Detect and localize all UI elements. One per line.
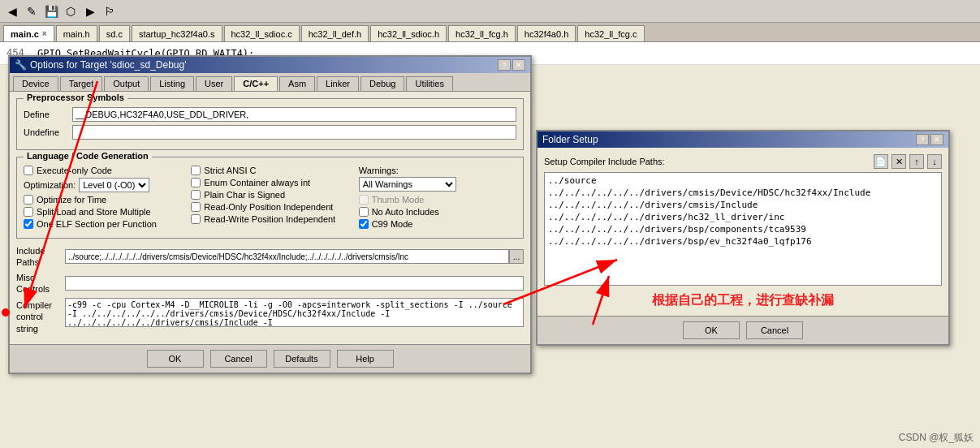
c99-mode-row: C99 Mode <box>359 219 516 229</box>
strict-ansi-check[interactable] <box>191 166 201 175</box>
include-browse-btn[interactable]: ... <box>509 249 524 264</box>
folder-dialog-title: Folder Setup ? ✕ <box>537 131 948 148</box>
strict-ansi-row: Strict ANSI C <box>191 166 348 175</box>
language-label: Language / Code Generation <box>24 151 152 161</box>
rw-position-check[interactable] <box>191 214 201 224</box>
undefine-input[interactable] <box>72 125 516 140</box>
tab-close-icon[interactable]: × <box>42 29 47 38</box>
split-load-check[interactable] <box>24 207 33 217</box>
folder-help-btn[interactable]: ? <box>916 134 929 145</box>
preprocessor-group: Preprocessor Symbols Define Undefine <box>16 98 524 150</box>
folder-paths-list[interactable]: ../source ../../../../../../drivers/cmsi… <box>544 172 942 286</box>
help-button[interactable]: Help <box>337 350 394 368</box>
toolbar-btn-edit[interactable]: ✎ <box>23 2 41 20</box>
folder-path-4[interactable]: ../../../../../../drivers/bsp/components… <box>546 223 939 235</box>
folder-path-1[interactable]: ../../../../../../drivers/cmsis/Device/H… <box>546 187 939 199</box>
folder-ok-button[interactable]: OK <box>683 321 740 339</box>
ok-button[interactable]: OK <box>147 350 204 368</box>
include-paths-section: IncludePaths ... <box>16 245 524 269</box>
tab-hc32-fcg-h[interactable]: hc32_ll_fcg.h <box>448 25 516 41</box>
tab-sd-c[interactable]: sd.c <box>99 25 130 41</box>
compiler-control-textarea[interactable]: -c99 -c -cpu Cortex-M4 -D__MICROLIB -li … <box>65 298 524 327</box>
tab-startup[interactable]: startup_hc32f4a0.s <box>132 25 222 41</box>
tab-linker[interactable]: Linker <box>317 76 359 91</box>
annotation-text: 根据自己的工程，进行查缺补漏 <box>544 292 942 309</box>
tab-target[interactable]: Target <box>60 76 103 91</box>
tab-device[interactable]: Device <box>13 76 58 91</box>
tab-asm[interactable]: Asm <box>279 76 315 91</box>
enum-container-row: Enum Container always int <box>191 178 348 187</box>
tab-hc32-def-h[interactable]: hc32_ll_def.h <box>301 25 369 41</box>
warnings-select[interactable]: All Warnings No Warnings <box>359 177 456 192</box>
tab-listing[interactable]: Listing <box>150 76 194 91</box>
toolbar-btn-back[interactable]: ◀ <box>3 2 21 20</box>
folder-delete-btn[interactable]: ✕ <box>891 154 906 169</box>
optimization-row: Optimization: Level 0 (-O0) Level 1 (-O1… <box>24 178 181 192</box>
toolbar-btn-icon[interactable]: 🏳 <box>101 2 119 20</box>
toolbar-btn-run[interactable]: ▶ <box>81 2 99 20</box>
folder-up-btn[interactable]: ↑ <box>909 154 924 169</box>
dialog-tab-bar: Device Target Output Listing User C/C++ … <box>10 73 530 92</box>
csdn-watermark: CSDN @权_狐妖 <box>899 431 974 445</box>
cancel-button[interactable]: Cancel <box>210 350 267 368</box>
tab-hc32f4a0-h[interactable]: hc32f4a0.h <box>517 25 576 41</box>
folder-title-text: Folder Setup <box>542 134 598 145</box>
enum-container-check[interactable] <box>191 178 201 187</box>
tab-utilities[interactable]: Utilities <box>406 76 452 91</box>
toolbar-btn-build[interactable]: ⬡ <box>62 2 80 20</box>
execute-only-check[interactable] <box>24 166 33 175</box>
undefine-label: Undefine <box>24 127 72 137</box>
misc-controls-label: MiscControls <box>16 272 65 295</box>
one-elf-check[interactable] <box>24 219 33 229</box>
split-load-row: Split Load and Store Multiple <box>24 207 181 217</box>
tab-main-c[interactable]: main.c × <box>3 25 54 41</box>
folder-close-btn[interactable]: ✕ <box>930 134 943 145</box>
folder-edit-btn[interactable]: 📄 <box>874 154 888 169</box>
one-elf-row: One ELF Section per Function <box>24 219 181 229</box>
tab-user[interactable]: User <box>196 76 232 91</box>
no-auto-includes-check[interactable] <box>359 207 369 217</box>
define-label: Define <box>24 110 72 119</box>
folder-down-btn[interactable]: ↓ <box>927 154 942 169</box>
c99-mode-check[interactable] <box>359 219 369 229</box>
tab-hc32-fcg-c[interactable]: hc32_ll_fcg.c <box>577 25 644 41</box>
title-buttons: ? ✕ <box>498 59 525 71</box>
toolbar-btn-save[interactable]: 💾 <box>42 2 60 20</box>
no-auto-includes-row: No Auto Includes <box>359 207 516 217</box>
tab-hc32-sdioc-c[interactable]: hc32_ll_sdioc.c <box>224 25 300 41</box>
include-paths-label: IncludePaths <box>16 245 65 269</box>
main-options-dialog: 🔧 Options for Target 'sdioc_sd_Debug' ? … <box>8 55 532 374</box>
folder-path-0[interactable]: ../source <box>546 174 939 187</box>
ro-position-check[interactable] <box>191 202 201 212</box>
compiler-control-section: Compilercontrolstring -c99 -c -cpu Corte… <box>16 298 524 334</box>
optimize-time-check[interactable] <box>24 195 33 205</box>
dialog-close-btn[interactable]: ✕ <box>512 59 525 71</box>
plain-char-row: Plain Char is Signed <box>191 190 348 200</box>
rw-position-row: Read-Write Position Independent <box>191 214 348 224</box>
folder-cancel-button[interactable]: Cancel <box>746 321 803 339</box>
thumb-mode-check[interactable] <box>359 195 369 205</box>
execute-only-row: Execute-only Code <box>24 166 181 175</box>
ro-position-row: Read-Only Position Independent <box>191 202 348 212</box>
defaults-button[interactable]: Defaults <box>274 350 330 368</box>
tab-output[interactable]: Output <box>104 76 149 91</box>
folder-label-row: Setup Compiler Include Paths: 📄 ✕ ↑ ↓ <box>544 154 942 169</box>
folder-path-2[interactable]: ../../../../../../drivers/cmsis/Include <box>546 199 939 211</box>
folder-content: Setup Compiler Include Paths: 📄 ✕ ↑ ↓ ..… <box>537 148 948 316</box>
folder-setup-dialog: Folder Setup ? ✕ Setup Compiler Include … <box>536 130 950 346</box>
setup-compiler-label: Setup Compiler Include Paths: <box>544 157 870 166</box>
tab-hc32-sdioc-h[interactable]: hc32_ll_sdioc.h <box>370 25 447 41</box>
define-input[interactable] <box>72 107 516 122</box>
include-paths-input[interactable] <box>65 249 509 264</box>
tab-main-h[interactable]: main.h <box>56 25 97 41</box>
misc-controls-input[interactable] <box>65 276 524 291</box>
dialog-help-btn[interactable]: ? <box>498 59 511 71</box>
warnings-label: Warnings: <box>359 166 516 175</box>
folder-path-3[interactable]: ../../../../../../drivers/hc32_ll_driver… <box>546 211 939 223</box>
tab-debug[interactable]: Debug <box>360 76 404 91</box>
tab-cpp[interactable]: C/C++ <box>234 76 278 91</box>
folder-path-5[interactable]: ../../../../../../drivers/bsp/ev_hc32f4a… <box>546 235 939 248</box>
dialog-title-bar: 🔧 Options for Target 'sdioc_sd_Debug' ? … <box>10 57 530 73</box>
optimization-select[interactable]: Level 0 (-O0) Level 1 (-O1) Level 2 (-O2… <box>79 178 149 192</box>
plain-char-check[interactable] <box>191 190 201 200</box>
